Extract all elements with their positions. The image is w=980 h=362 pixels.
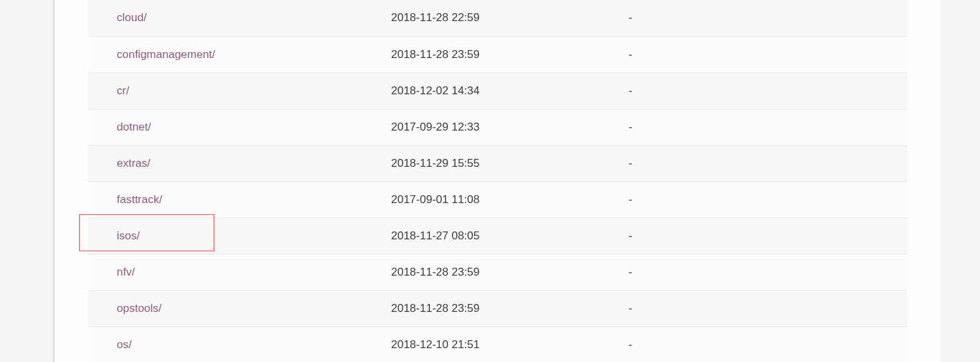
dir-link-configmanagement[interactable]: configmanagement/	[117, 48, 215, 61]
cell-size: -	[628, 0, 907, 36]
cell-name: configmanagement/	[88, 36, 391, 73]
dir-link-cloud[interactable]: cloud/	[117, 11, 146, 24]
cell-size: -	[628, 326, 907, 362]
table-row: dotnet/ 2017-09-29 12:33 -	[88, 109, 907, 145]
cell-modified: 2017-09-01 11:08	[391, 181, 628, 218]
cell-modified: 2018-11-29 15:55	[391, 145, 628, 181]
cell-name: os/	[88, 326, 391, 362]
cell-modified: 2018-11-28 23:59	[391, 36, 628, 73]
dir-link-cr[interactable]: cr/	[117, 84, 129, 97]
dir-link-opstools[interactable]: opstools/	[117, 302, 162, 315]
cell-name: cr/	[88, 73, 391, 109]
table-row: os/ 2018-12-10 21:51 -	[88, 326, 907, 362]
dir-link-extras[interactable]: extras/	[117, 157, 150, 169]
directory-listing-table: cloud/ 2018-11-28 22:59 - configmanageme…	[88, 0, 907, 362]
cell-size: -	[628, 254, 907, 290]
dir-link-nfv[interactable]: nfv/	[117, 266, 135, 278]
table-row: fasttrack/ 2017-09-01 11:08 -	[88, 181, 907, 218]
cell-name: nfv/	[88, 254, 391, 290]
cell-name: extras/	[88, 145, 391, 181]
cell-name: isos/	[88, 218, 391, 254]
cell-name: opstools/	[88, 290, 391, 326]
table-row: opstools/ 2018-11-28 23:59 -	[88, 290, 907, 326]
cell-name: fasttrack/	[88, 181, 391, 218]
cell-modified: 2018-11-28 23:59	[391, 254, 628, 290]
cell-modified: 2018-11-28 22:59	[391, 0, 628, 36]
cell-modified: 2017-09-29 12:33	[391, 109, 628, 145]
cell-name: dotnet/	[88, 109, 391, 145]
dir-link-dotnet[interactable]: dotnet/	[117, 121, 151, 133]
table-row: nfv/ 2018-11-28 23:59 -	[88, 254, 907, 290]
dir-link-isos[interactable]: isos/	[117, 229, 140, 242]
cell-size: -	[628, 218, 907, 254]
page-container: cloud/ 2018-11-28 22:59 - configmanageme…	[0, 0, 980, 362]
table-row: extras/ 2018-11-29 15:55 -	[88, 145, 907, 181]
table-row: cloud/ 2018-11-28 22:59 -	[88, 0, 907, 36]
cell-size: -	[628, 181, 907, 218]
table-row: configmanagement/ 2018-11-28 23:59 -	[88, 36, 907, 73]
dir-link-fasttrack[interactable]: fasttrack/	[117, 193, 162, 206]
cell-modified: 2018-11-27 08:05	[391, 218, 628, 254]
cell-size: -	[628, 290, 907, 326]
cell-name: cloud/	[88, 0, 391, 36]
cell-modified: 2018-11-28 23:59	[391, 290, 628, 326]
cell-size: -	[628, 36, 907, 73]
cell-modified: 2018-12-10 21:51	[391, 326, 628, 362]
table-row: cr/ 2018-12-02 14:34 -	[88, 73, 907, 109]
listing-panel: cloud/ 2018-11-28 22:59 - configmanageme…	[53, 0, 940, 362]
cell-size: -	[628, 109, 907, 145]
cell-size: -	[628, 73, 907, 109]
dir-link-os[interactable]: os/	[117, 338, 132, 351]
table-row: isos/ 2018-11-27 08:05 -	[88, 218, 907, 254]
cell-modified: 2018-12-02 14:34	[391, 73, 628, 109]
cell-size: -	[628, 145, 907, 181]
